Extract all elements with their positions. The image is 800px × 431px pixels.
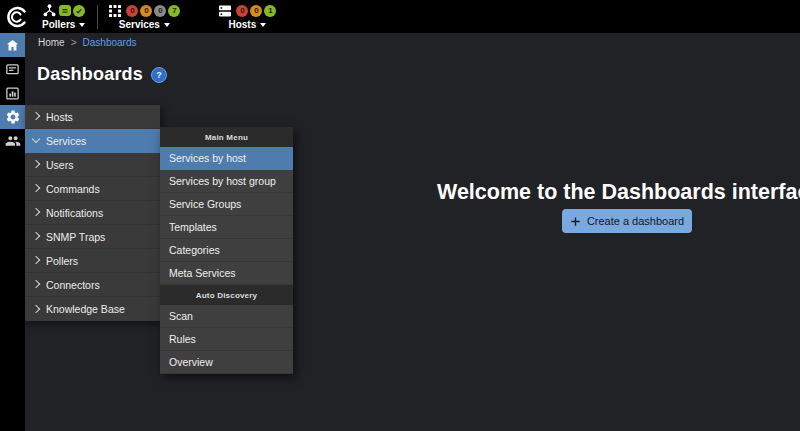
submenu-item-services-by-host[interactable]: Services by host	[160, 147, 293, 170]
welcome-heading: Welcome to the Dashboards interface	[437, 180, 800, 205]
submenu-item-scan[interactable]: Scan	[160, 305, 293, 328]
submenu-item-services-by-host-group[interactable]: Services by host group	[160, 170, 293, 193]
services-label: Services	[119, 19, 160, 30]
hosts-icon	[218, 4, 232, 18]
chevron-down-icon	[164, 23, 170, 27]
create-dashboard-label: Create a dashboard	[587, 215, 684, 227]
sidebar-item-home[interactable]	[0, 33, 25, 57]
chevron-down-icon	[32, 135, 40, 143]
chevron-right-icon	[32, 232, 40, 240]
submenu-item-rules[interactable]: Rules	[160, 328, 293, 351]
pollers-menu[interactable]: Pollers	[42, 3, 85, 30]
create-dashboard-button[interactable]: Create a dashboard	[562, 209, 692, 233]
menu-item-notifications[interactable]: Notifications	[25, 201, 160, 225]
menu-item-label: Notifications	[46, 207, 103, 219]
services-icon	[108, 4, 122, 18]
menu-item-label: Hosts	[46, 111, 73, 123]
pollers-icon	[42, 3, 57, 18]
people-icon	[5, 133, 21, 149]
submenu-item-service-groups[interactable]: Service Groups	[160, 193, 293, 216]
centreon-logo-icon[interactable]	[4, 4, 30, 30]
poller-status-square-icon	[59, 5, 71, 16]
menu-item-pollers[interactable]: Pollers	[25, 249, 160, 273]
menu-item-knowledge-base[interactable]: Knowledge Base	[25, 297, 160, 321]
submenu-section-header: Auto Discovery	[160, 285, 293, 305]
page-title: Dashboards ?	[37, 64, 167, 85]
plus-icon	[570, 216, 581, 227]
icon-sidebar	[0, 33, 25, 431]
menu-item-commands[interactable]: Commands	[25, 177, 160, 201]
top-bar: Pollers 0 0 0 7 Services	[0, 0, 800, 33]
chevron-down-icon	[79, 23, 85, 27]
home-icon	[5, 38, 20, 53]
services-submenu: Main Menu Services by host Services by h…	[160, 127, 293, 374]
pollers-label: Pollers	[42, 19, 75, 30]
breadcrumb: Home > Dashboards	[38, 37, 136, 48]
menu-item-label: Users	[46, 159, 73, 171]
menu-item-label: SNMP Traps	[46, 231, 105, 243]
menu-item-label: Connectors	[46, 279, 100, 291]
hosts-menu[interactable]: 0 0 1 Hosts	[218, 3, 276, 30]
menu-item-label: Services	[46, 135, 86, 147]
chevron-right-icon	[32, 304, 40, 312]
services-menu[interactable]: 0 0 0 7 Services	[108, 3, 180, 30]
sidebar-item-monitoring[interactable]	[0, 57, 25, 81]
configuration-menu: Hosts Services Users Commands Notificati…	[25, 105, 160, 321]
menu-item-hosts[interactable]: Hosts	[25, 105, 160, 129]
chevron-right-icon	[32, 160, 40, 168]
hosts-up-badge: 1	[264, 5, 276, 17]
bar-chart-icon	[5, 86, 20, 101]
menu-item-label: Pollers	[46, 255, 78, 267]
breadcrumb-separator: >	[71, 37, 77, 48]
submenu-item-meta-services[interactable]: Meta Services	[160, 262, 293, 285]
header-divider	[97, 5, 98, 29]
chevron-right-icon	[32, 280, 40, 288]
menu-item-users[interactable]: Users	[25, 153, 160, 177]
help-icon[interactable]: ?	[151, 67, 167, 83]
services-warning-badge: 0	[140, 5, 152, 17]
submenu-item-templates[interactable]: Templates	[160, 216, 293, 239]
services-critical-badge: 0	[126, 5, 138, 17]
page-title-text: Dashboards	[37, 64, 143, 85]
menu-item-services[interactable]: Services	[25, 129, 160, 153]
sidebar-item-reporting[interactable]	[0, 81, 25, 105]
hosts-unreachable-badge: 0	[250, 5, 262, 17]
menu-item-snmp-traps[interactable]: SNMP Traps	[25, 225, 160, 249]
chevron-right-icon	[32, 184, 40, 192]
services-ok-badge: 7	[168, 5, 180, 17]
hosts-label: Hosts	[228, 19, 256, 30]
menu-item-connectors[interactable]: Connectors	[25, 273, 160, 297]
chevron-right-icon	[32, 112, 40, 120]
chevron-right-icon	[32, 256, 40, 264]
poller-status-circle-icon	[73, 5, 85, 17]
monitoring-icon	[5, 62, 20, 77]
menu-item-label: Knowledge Base	[46, 303, 125, 315]
sidebar-item-administration[interactable]	[0, 129, 25, 153]
submenu-section-header: Main Menu	[160, 127, 293, 147]
chevron-down-icon	[260, 23, 266, 27]
gear-icon	[5, 109, 21, 125]
sidebar-item-configuration[interactable]	[0, 105, 25, 129]
submenu-item-overview[interactable]: Overview	[160, 351, 293, 374]
hosts-down-badge: 0	[236, 5, 248, 17]
breadcrumb-home-link[interactable]: Home	[38, 37, 65, 48]
menu-item-label: Commands	[46, 183, 100, 195]
submenu-item-categories[interactable]: Categories	[160, 239, 293, 262]
chevron-right-icon	[32, 208, 40, 216]
breadcrumb-current-link[interactable]: Dashboards	[83, 37, 137, 48]
services-unknown-badge: 0	[154, 5, 166, 17]
